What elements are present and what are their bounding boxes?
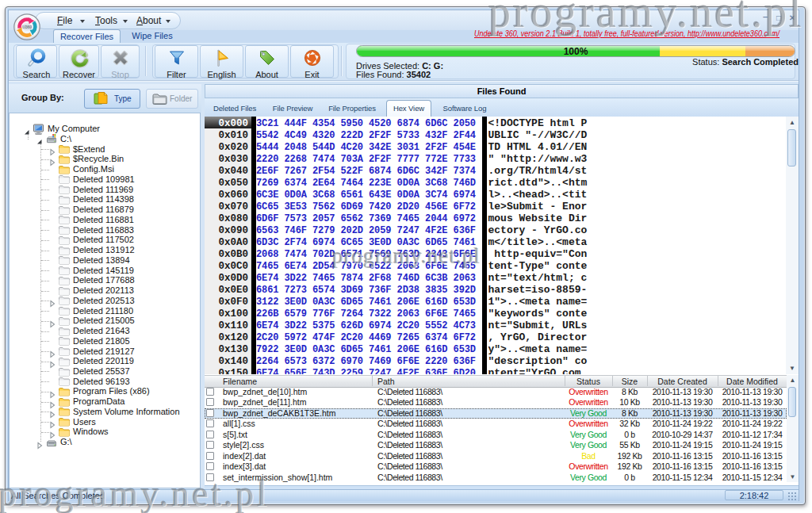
- svg-text:U360: U360: [22, 25, 32, 29]
